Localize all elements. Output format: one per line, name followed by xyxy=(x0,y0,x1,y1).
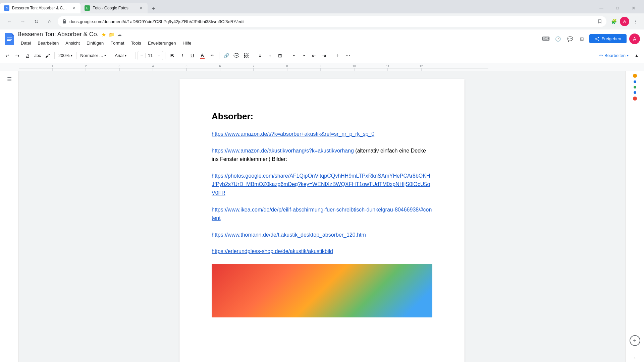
link-amazon-akustikvorhang[interactable]: https://www.amazon.de/akustikvorhang/s?k… xyxy=(212,148,354,154)
font-size-decrease[interactable]: − xyxy=(138,51,145,60)
menu-hilfe[interactable]: Hilfe xyxy=(179,39,195,47)
doc-content-5[interactable]: https://www.thomann.de/de/t.akustik_desk… xyxy=(212,231,432,239)
menu-einfuegen[interactable]: Einfügen xyxy=(83,39,107,47)
text-color-button[interactable]: A xyxy=(198,51,207,60)
main-area: ☰ Absorber: https://www.amazon.de/s?k=ab… xyxy=(0,71,644,362)
line-spacing-button[interactable]: ↕ xyxy=(265,51,275,60)
extensions-button[interactable]: 🧩 xyxy=(609,17,619,26)
undo-button[interactable]: ↩ xyxy=(3,51,12,60)
decrease-indent-button[interactable]: ⇤ xyxy=(309,51,319,60)
indicator-red xyxy=(633,97,637,101)
font-dropdown-icon: ▾ xyxy=(125,54,126,57)
spellcheck-button[interactable]: abc xyxy=(33,51,42,60)
svg-text:8: 8 xyxy=(286,64,288,68)
bearbeiten-mode-button[interactable]: ✏ Bearbeiten ▾ xyxy=(597,52,631,59)
menu-erweiterungen[interactable]: Erweiterungen xyxy=(145,39,179,47)
font-select[interactable]: Arial ▾ xyxy=(113,51,133,60)
italic-button[interactable]: I xyxy=(177,51,187,60)
tab-close-docs[interactable]: ✕ xyxy=(71,5,76,11)
doc-content-3[interactable]: https://photos.google.com/share/AF1QipOn… xyxy=(212,172,432,197)
numbered-button[interactable]: ⁍ xyxy=(299,51,309,60)
svg-line-12 xyxy=(596,39,598,40)
toolbar-sep-1 xyxy=(54,52,55,59)
star-icon[interactable]: ★ xyxy=(101,32,106,38)
right-sidebar: + › xyxy=(625,71,644,362)
url-bar[interactable]: docs.google.com/document/d/1aD8O9YcinZCS… xyxy=(58,16,606,27)
columns-button[interactable]: ⊞ xyxy=(275,51,285,60)
home-button[interactable]: ⌂ xyxy=(44,16,55,27)
link-amazon-absorber[interactable]: https://www.amazon.de/s?k=absorber+akust… xyxy=(212,130,432,138)
activity-button[interactable]: 🕐 xyxy=(553,34,562,44)
menu-button[interactable]: ⋮ xyxy=(631,17,640,26)
menu-datei[interactable]: Datei xyxy=(17,39,34,47)
profile-button[interactable]: A xyxy=(620,17,629,26)
user-avatar[interactable]: A xyxy=(629,34,640,44)
paintformat-button[interactable]: 🖌 xyxy=(43,51,52,60)
docs-title-area: Besseren Ton: Absorber & Co. ★ 📁 ☁ Datei… xyxy=(17,31,538,47)
doc-page[interactable]: Absorber: https://www.amazon.de/s?k=abso… xyxy=(179,79,465,362)
link-ikea[interactable]: https://www.ikea.com/de/de/p/eilif-absch… xyxy=(212,205,432,223)
maximize-button[interactable]: □ xyxy=(610,3,625,13)
minimize-button[interactable]: ─ xyxy=(594,3,609,13)
link-google-photos[interactable]: https://photos.google.com/share/AF1QipOn… xyxy=(212,173,430,196)
more-options-button[interactable]: ⋯ xyxy=(343,51,353,60)
outline-button[interactable]: ☰ xyxy=(4,74,15,84)
sidebar-collapse-button[interactable]: › xyxy=(631,354,639,362)
highlight-button[interactable]: ✏ xyxy=(208,51,217,60)
close-button[interactable]: ✕ xyxy=(626,3,641,13)
toolbar-sep-3 xyxy=(111,52,111,59)
menu-format[interactable]: Format xyxy=(107,39,127,47)
doc-content-4[interactable]: https://www.ikea.com/de/de/p/eilif-absch… xyxy=(212,205,432,223)
folder-icon[interactable]: 📁 xyxy=(109,32,114,37)
underline-button[interactable]: U xyxy=(187,51,197,60)
menu-tools[interactable]: Tools xyxy=(127,39,144,47)
doc-heading[interactable]: Absorber: xyxy=(212,111,432,122)
toolbar-sep-2 xyxy=(76,52,76,59)
back-button[interactable]: ← xyxy=(4,16,15,27)
view-toggle-button[interactable]: ⊞ xyxy=(577,34,587,44)
svg-text:G: G xyxy=(86,6,89,10)
bold-button[interactable]: B xyxy=(167,51,177,60)
redo-button[interactable]: ↪ xyxy=(13,51,22,60)
clear-format-button[interactable]: T̶ xyxy=(333,51,342,60)
svg-text:2: 2 xyxy=(85,64,87,68)
print-button[interactable]: 🖨 xyxy=(23,51,32,60)
svg-rect-7 xyxy=(7,40,11,41)
docs-document-title[interactable]: Besseren Ton: Absorber & Co. xyxy=(17,31,99,38)
doc-content-6[interactable]: https://erlerundpless-shop.de/de/akustik… xyxy=(212,247,432,256)
svg-text:7: 7 xyxy=(253,64,254,68)
doc-content-1[interactable]: https://www.amazon.de/s?k=absorber+akust… xyxy=(212,130,432,138)
toolbar-sep-4 xyxy=(135,52,136,59)
style-select[interactable]: Normaler ... ▾ xyxy=(78,51,109,60)
tab-close-photos[interactable]: ✕ xyxy=(138,5,144,11)
comment-toolbar-button[interactable]: 💬 xyxy=(231,51,241,60)
share-button[interactable]: Freigeben xyxy=(589,34,627,43)
bookmark-icon[interactable] xyxy=(597,19,602,24)
menu-bearbeiten[interactable]: Bearbeiten xyxy=(34,39,62,47)
toolbar-collapse-button[interactable]: ▲ xyxy=(632,51,641,60)
font-size-value[interactable]: 11 xyxy=(145,53,155,58)
link-erler[interactable]: https://erlerundpless-shop.de/de/akustik… xyxy=(212,247,432,256)
doc-image[interactable] xyxy=(212,264,432,317)
increase-indent-button[interactable]: ⇥ xyxy=(319,51,329,60)
font-size-increase[interactable]: + xyxy=(155,51,163,60)
left-panel: ☰ xyxy=(0,71,19,362)
align-button[interactable]: ≡ xyxy=(255,51,265,60)
image-button[interactable]: 🖼 xyxy=(241,51,251,60)
indicator-green xyxy=(634,86,636,88)
hide-menus-button[interactable]: ⌨ xyxy=(541,34,550,44)
doc-container[interactable]: Absorber: https://www.amazon.de/s?k=abso… xyxy=(19,71,625,362)
reload-button[interactable]: ↻ xyxy=(31,16,42,27)
forward-button[interactable]: → xyxy=(17,16,28,27)
new-tab-button[interactable]: + xyxy=(149,4,158,13)
tab-photos[interactable]: G Foto - Google Fotos ✕ xyxy=(80,3,148,13)
comment-button[interactable]: 💬 xyxy=(565,34,575,44)
menu-ansicht[interactable]: Ansicht xyxy=(62,39,83,47)
tab-docs[interactable]: d Besseren Ton: Absorber & Co. -... ✕ xyxy=(0,3,80,13)
add-comment-button[interactable]: + xyxy=(630,335,640,346)
link-thomann[interactable]: https://www.thomann.de/de/t.akustik_desk… xyxy=(212,231,432,239)
bullets-button[interactable]: ⁌ xyxy=(289,51,299,60)
link-button[interactable]: 🔗 xyxy=(221,51,231,60)
zoom-select[interactable]: 200% ▾ xyxy=(57,51,74,60)
url-text: docs.google.com/document/d/1aD8O9YcinZCS… xyxy=(69,19,595,24)
